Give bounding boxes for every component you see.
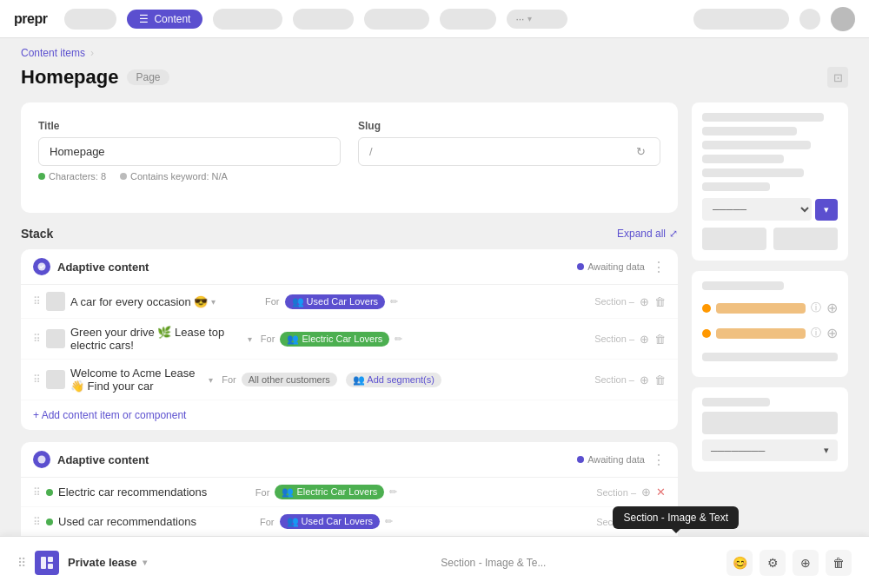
rp-section3-label — [702, 398, 770, 406]
refresh-icon[interactable]: ↻ — [636, 145, 646, 158]
rp-dropdown-1[interactable]: ──────── ▾ — [702, 439, 838, 461]
top-nav: prepr ☰ Content ··· ▾ — [0, 0, 869, 38]
rp-option-1[interactable] — [702, 228, 766, 250]
rp-item-2: ⓘ ⊕ — [702, 320, 838, 346]
tooltip: Section - Image & Text — [613, 506, 739, 529]
rp-label-bar-1[interactable] — [702, 412, 838, 434]
edit-icon-5[interactable]: ✏ — [385, 516, 393, 527]
rp-bar-1 — [716, 303, 806, 314]
delete-button-3[interactable]: 🗑 — [654, 373, 666, 386]
edit-icon-1[interactable]: ✏ — [390, 296, 398, 307]
for-label-4: For — [255, 487, 270, 498]
row-thumbnail-1 — [46, 292, 65, 311]
nav-pill-placeholder-2[interactable] — [213, 9, 282, 30]
add-icon-1[interactable]: ⊕ — [826, 300, 838, 316]
copy-button-3[interactable]: ⊕ — [640, 373, 649, 386]
title-input[interactable] — [38, 137, 341, 166]
section-label-2: Section – — [594, 334, 634, 344]
copy-button-4[interactable]: ⊕ — [641, 486, 651, 499]
add-item-button-1[interactable]: + Add content item or component — [21, 400, 678, 430]
row-title-1: A car for every occasion 😎 ▾ — [70, 295, 256, 308]
row-thumbnail-3 — [46, 370, 65, 389]
block-1-header: Adaptive content Awaiting data ⋮ — [21, 249, 678, 285]
nav-pill-placeholder-5[interactable] — [440, 9, 496, 30]
rp-section-2: ⓘ ⊕ ⓘ ⊕ — [692, 271, 848, 377]
row-title-2: Green your drive 🌿 Lease top electric ca… — [70, 326, 252, 352]
copy-button-2[interactable]: ⊕ — [640, 333, 649, 346]
segment-badge-4[interactable]: 👥 Electric Car Lovers — [275, 485, 384, 499]
breadcrumb-parent[interactable]: Content items — [21, 47, 85, 59]
section-label-1: Section – — [594, 296, 634, 307]
segment-badge-5[interactable]: 👥 Used Car Lovers — [280, 514, 381, 529]
bottom-drag-handle-icon[interactable]: ⠿ — [17, 556, 26, 570]
expand-all-button[interactable]: Expand all ⤢ — [617, 228, 678, 240]
nav-tab-content[interactable]: ☰ Content — [127, 10, 202, 29]
page-type-badge: Page — [127, 69, 169, 85]
rp-select-row: ───── ▾ — [702, 198, 838, 221]
bottom-delete-button[interactable]: 🗑 — [826, 550, 852, 576]
info-icon-1[interactable]: ⓘ — [811, 301, 821, 315]
rp-option-2[interactable] — [773, 228, 838, 250]
form-row: Title Characters: 8 Contains keyword: N/… — [38, 120, 660, 182]
drag-handle-icon[interactable]: ⠿ — [33, 295, 41, 307]
segment-badge-1[interactable]: 👥 Used Car Lovers — [285, 294, 386, 309]
bottom-chevron-icon[interactable]: ▾ — [143, 558, 147, 567]
drag-handle-icon[interactable]: ⠿ — [33, 486, 41, 499]
nav-dropdown-arrow[interactable] — [799, 9, 820, 30]
table-row: ⠿ Green your drive 🌿 Lease top electric … — [21, 319, 678, 360]
drag-handle-icon[interactable]: ⠿ — [33, 373, 41, 386]
block-1-status: Awaiting data — [577, 261, 645, 272]
avatar[interactable] — [831, 7, 855, 31]
chevron-down-icon[interactable]: ▾ — [209, 375, 213, 385]
block-2-header: Adaptive content Awaiting data ⋮ — [21, 442, 678, 478]
edit-icon-2[interactable]: ✏ — [395, 334, 402, 345]
drag-handle-icon[interactable]: ⠿ — [33, 333, 41, 345]
svg-rect-4 — [48, 564, 53, 569]
drag-handle-icon[interactable]: ⠿ — [33, 516, 41, 528]
add-icon-2[interactable]: ⊕ — [826, 325, 838, 341]
status-green-dot-2 — [46, 519, 53, 525]
bottom-settings-button[interactable]: ⚙ — [760, 550, 786, 576]
segment-badge-2[interactable]: 👥 Electric Car Lovers — [280, 332, 389, 347]
rp-section2-bar — [702, 353, 838, 361]
row-actions-4: ⊕ ✕ — [641, 486, 666, 499]
row-actions-3: ⊕ 🗑 — [640, 373, 666, 386]
nav-search[interactable] — [693, 9, 789, 30]
rp-select-confirm-button[interactable]: ▾ — [815, 199, 838, 221]
content-icon: ☰ — [139, 13, 149, 25]
table-row: ⠿ A car for every occasion 😎 ▾ For 👥 Use… — [21, 285, 678, 319]
form-meta: Characters: 8 Contains keyword: N/A — [38, 171, 341, 182]
nav-pill-placeholder-4[interactable] — [364, 9, 429, 30]
svg-rect-3 — [48, 557, 53, 562]
rp-select-dropdown[interactable]: ───── — [702, 198, 812, 221]
status-green-dot — [46, 489, 53, 496]
dropdown-label: ··· — [515, 13, 524, 25]
bottom-copy-button[interactable]: ⊕ — [793, 550, 819, 576]
nav-dropdown[interactable]: ··· ▾ — [507, 10, 567, 29]
delete-button-4[interactable]: ✕ — [656, 486, 666, 499]
svg-point-1 — [38, 456, 46, 464]
for-label-5: For — [260, 517, 275, 527]
bottom-emoji-button[interactable]: 😊 — [726, 550, 753, 576]
nav-pill-placeholder-3[interactable] — [293, 9, 354, 30]
delete-button-1[interactable]: 🗑 — [654, 295, 666, 308]
delete-button-2[interactable]: 🗑 — [654, 333, 666, 346]
page-expand-icon[interactable]: ⊡ — [827, 67, 848, 88]
row-title-3: Welcome to Acme Lease 👋 Find your car ▾ — [70, 367, 213, 393]
slug-input-wrapper[interactable]: / ↻ — [358, 137, 660, 166]
segment-badge-3[interactable]: All other customers — [242, 373, 337, 386]
block-2-menu-icon[interactable]: ⋮ — [652, 452, 666, 468]
block-1-menu-icon[interactable]: ⋮ — [652, 259, 666, 275]
chevron-down-icon[interactable]: ▾ — [211, 297, 216, 307]
copy-button-1[interactable]: ⊕ — [640, 295, 649, 308]
row-actions-1: ⊕ 🗑 — [640, 295, 666, 308]
adaptive-icon-2 — [33, 451, 50, 468]
info-icon-2[interactable]: ⓘ — [811, 326, 821, 340]
rp-placeholder-3 — [702, 141, 811, 149]
edit-icon-4[interactable]: ✏ — [389, 486, 397, 498]
adaptive-block-1: Adaptive content Awaiting data ⋮ ⠿ A car… — [21, 249, 678, 430]
main-layout: Title Characters: 8 Contains keyword: N/… — [0, 102, 869, 588]
add-segment-button-1[interactable]: 👥 Add segment(s) — [346, 373, 441, 387]
keyword-meta: Contains keyword: N/A — [120, 171, 228, 182]
chevron-down-icon[interactable]: ▾ — [248, 334, 252, 344]
